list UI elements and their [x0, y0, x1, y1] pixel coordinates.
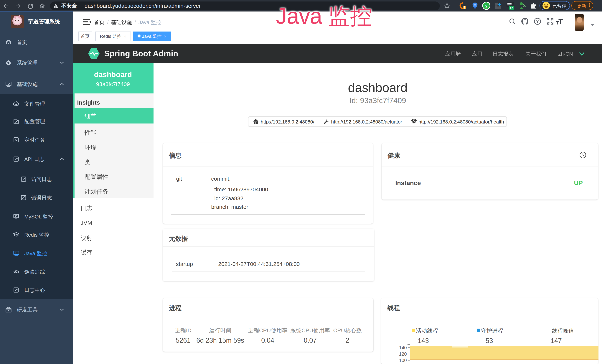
svg-text:1: 1: [464, 6, 465, 9]
svg-text:y: y: [485, 3, 488, 8]
svg-text:on: on: [510, 6, 513, 9]
svg-text:?: ?: [536, 19, 539, 24]
